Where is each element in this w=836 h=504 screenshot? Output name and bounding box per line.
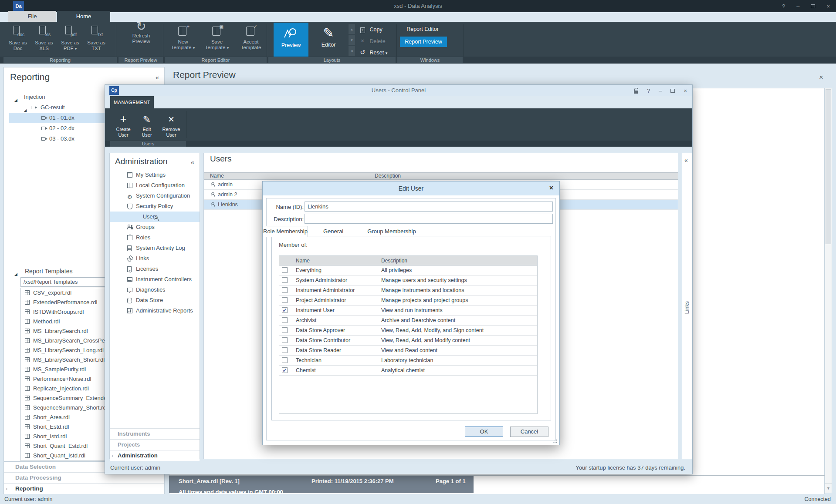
- name-id-input[interactable]: [305, 202, 553, 212]
- admin-sidebar-item[interactable]: Data Store: [110, 295, 200, 306]
- role-checkbox[interactable]: [282, 297, 288, 303]
- template-button[interactable]: Accept Template: [235, 24, 267, 57]
- role-row[interactable]: Data Store Reader View and Read content: [279, 346, 537, 356]
- role-row[interactable]: Data Store Contributor View, Read, Add, …: [279, 336, 537, 346]
- spin-up-icon[interactable]: ▴: [349, 24, 355, 34]
- cp-accordion-item[interactable]: Instruments: [110, 428, 200, 439]
- save-as-button[interactable]: pdf Save as PDF: [58, 24, 83, 57]
- save-as-button[interactable]: xls Save as XLS: [31, 24, 57, 57]
- report-file-icon: [25, 319, 30, 324]
- role-row[interactable]: Archivist Archive and Dearchive content: [279, 316, 537, 326]
- admin-sidebar-item[interactable]: My Settings: [110, 170, 200, 180]
- overlay-plus-icon: [186, 24, 190, 30]
- admin-sidebar-item[interactable]: Administrative Reports: [110, 306, 200, 316]
- template-button[interactable]: Save Template: [201, 24, 233, 57]
- role-checkbox[interactable]: [282, 267, 288, 273]
- close-dialog-icon[interactable]: ×: [549, 184, 553, 192]
- role-row[interactable]: Technician Laboratory technician: [279, 356, 537, 366]
- copy-icon: +: [360, 27, 365, 33]
- help-icon[interactable]: ?: [647, 87, 650, 94]
- reset-button[interactable]: Reset: [359, 48, 396, 57]
- role-row[interactable]: Chemist Analytical chemist: [279, 366, 537, 376]
- dialog-tab[interactable]: Role Membership: [263, 226, 308, 237]
- role-checkbox[interactable]: [282, 287, 288, 293]
- maximize-icon[interactable]: [811, 4, 815, 8]
- reset-icon: [360, 50, 365, 56]
- save-as-button[interactable]: doc Save as Doc: [5, 24, 30, 57]
- admin-sidebar-item[interactable]: Users: [110, 212, 200, 222]
- expander-icon[interactable]: [14, 269, 17, 279]
- user-action-button[interactable]: RemoveUser: [160, 111, 183, 140]
- chevron-down-icon: [386, 51, 388, 55]
- dialog-titlebar[interactable]: Edit User: [263, 181, 559, 195]
- collapse-panel-icon[interactable]: [684, 157, 688, 164]
- copy-button[interactable]: + Copy: [359, 25, 396, 34]
- user-action-button[interactable]: CreateUser: [113, 111, 134, 140]
- close-preview-icon[interactable]: [819, 73, 823, 82]
- template-button[interactable]: New Template: [167, 24, 199, 57]
- links-rail[interactable]: Links: [682, 153, 692, 459]
- admin-sidebar-item[interactable]: Roles: [110, 232, 200, 243]
- dialog-tab[interactable]: General: [305, 226, 361, 236]
- role-row[interactable]: Everything All privileges: [279, 265, 537, 276]
- cp-accordion-item[interactable]: Projects: [110, 439, 200, 450]
- window-report-preview[interactable]: Report Preview: [400, 37, 447, 47]
- role-checkbox[interactable]: [282, 337, 288, 343]
- admin-sidebar-item[interactable]: Groups: [110, 222, 200, 232]
- admin-sidebar-item[interactable]: Licenses: [110, 264, 200, 274]
- role-row[interactable]: Instrument User View and run instruments: [279, 306, 537, 316]
- close-icon[interactable]: ×: [684, 87, 687, 94]
- resize-grip[interactable]: [553, 439, 557, 443]
- description-input[interactable]: [305, 214, 553, 224]
- ribbon-group-labels: Reporting Report Preview Report Editor L…: [0, 57, 836, 64]
- scroll-down-icon[interactable]: ▼: [825, 483, 832, 493]
- admin-sidebar-item[interactable]: Links: [110, 253, 200, 264]
- editor-toggle-button[interactable]: Editor: [311, 23, 346, 57]
- collapse-panel-icon[interactable]: [156, 74, 159, 81]
- save-as-button[interactable]: txt Save as TXT: [84, 24, 109, 57]
- spin-down-icon[interactable]: ▾: [349, 35, 355, 45]
- user-action-button[interactable]: EditUser: [137, 111, 156, 140]
- delete-button[interactable]: Delete: [359, 37, 396, 45]
- role-row[interactable]: System Administrator Manage users and se…: [279, 276, 537, 286]
- minimize-icon[interactable]: –: [659, 87, 662, 94]
- role-checkbox[interactable]: [282, 307, 288, 313]
- help-icon[interactable]: ?: [782, 3, 785, 10]
- role-row[interactable]: Instrument Administrator Manage instrume…: [279, 286, 537, 296]
- minimize-icon[interactable]: –: [796, 3, 799, 10]
- ok-button[interactable]: OK: [465, 427, 503, 437]
- role-checkbox[interactable]: [282, 347, 288, 353]
- preview-toggle-button[interactable]: Preview: [274, 23, 308, 57]
- tab-home[interactable]: Home: [57, 11, 110, 22]
- refresh-preview-button[interactable]: RefreshPreview: [120, 24, 162, 57]
- tab-management[interactable]: MANAGEMENT: [110, 96, 154, 108]
- role-checkbox[interactable]: [282, 327, 288, 333]
- control-panel-titlebar[interactable]: Cp Users - Control Panel ? – ×: [105, 85, 692, 96]
- admin-sidebar-item[interactable]: System Activity Log: [110, 243, 200, 253]
- dialog-tab[interactable]: Group Membership: [364, 226, 420, 236]
- role-checkbox[interactable]: [282, 277, 288, 283]
- role-checkbox[interactable]: [282, 317, 288, 323]
- cp-accordion-item[interactable]: Administration: [110, 450, 200, 461]
- tab-file[interactable]: File: [8, 11, 56, 22]
- report-file-icon: [25, 309, 30, 314]
- role-row[interactable]: Data Store Approver View, Read, Add, Mod…: [279, 326, 537, 336]
- window-report-editor[interactable]: Report Editor: [400, 26, 445, 32]
- scrollbar-thumb[interactable]: [826, 89, 831, 244]
- admin-sidebar-item[interactable]: Security Policy: [110, 201, 200, 212]
- role-checkbox[interactable]: [282, 367, 288, 373]
- vertical-scrollbar[interactable]: ▼: [825, 88, 832, 493]
- admin-sidebar-item[interactable]: Local Configuration: [110, 180, 200, 191]
- role-row[interactable]: Project Administrator Manage projects an…: [279, 296, 537, 306]
- role-checkbox[interactable]: [282, 357, 288, 363]
- accordion-item[interactable]: Reporting: [4, 484, 164, 494]
- admin-sidebar-item[interactable]: System Configuration: [110, 191, 200, 201]
- admin-sidebar-item[interactable]: Diagnostics: [110, 285, 200, 295]
- cancel-button[interactable]: Cancel: [510, 427, 548, 437]
- expand-more-icon[interactable]: »: [349, 46, 355, 56]
- close-icon[interactable]: ×: [826, 3, 830, 10]
- cp-license-notice: Your startup license has 37 days remaini…: [575, 464, 685, 471]
- admin-sidebar-item[interactable]: Instrument Controllers: [110, 274, 200, 285]
- maximize-icon[interactable]: [670, 89, 675, 93]
- collapse-panel-icon[interactable]: [191, 158, 194, 166]
